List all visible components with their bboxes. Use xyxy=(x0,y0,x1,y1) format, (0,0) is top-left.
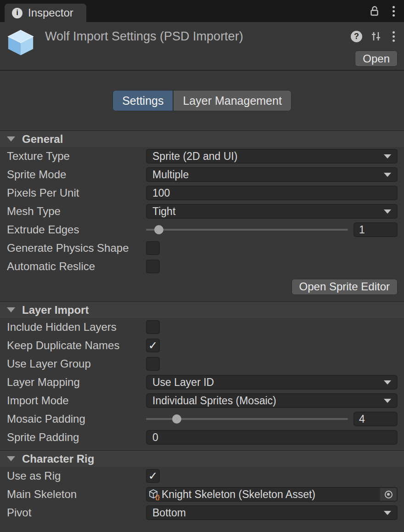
row-pixels-per-unit: Pixels Per Unit 100 xyxy=(0,184,404,202)
row-generate-physics-shape: Generate Physics Shape xyxy=(0,239,404,257)
use-layer-group-checkbox[interactable] xyxy=(146,357,160,371)
row-extrude-edges: Extrude Edges 1 xyxy=(0,221,404,239)
pivot-dropdown[interactable]: Bottom xyxy=(146,505,398,520)
texture-type-value: Sprite (2D and UI) xyxy=(152,150,384,163)
extrude-edges-label: Extrude Edges xyxy=(7,223,146,236)
header-icons xyxy=(351,29,398,44)
sprite-padding-field[interactable]: 0 xyxy=(146,430,398,445)
foldout-arrow-icon xyxy=(7,456,15,461)
dropdown-arrow-icon xyxy=(384,380,391,385)
header-title-row: Wolf Import Settings (PSD Importer) xyxy=(45,26,398,47)
row-texture-type: Texture Type Sprite (2D and UI) xyxy=(0,147,404,165)
header-main: Wolf Import Settings (PSD Importer) Open xyxy=(45,26,398,70)
foldout-arrow-icon xyxy=(7,136,15,141)
section-header-layer-import[interactable]: Layer Import xyxy=(0,301,404,318)
section-header-general[interactable]: General xyxy=(0,130,404,147)
slider-track xyxy=(146,229,348,231)
mesh-type-value: Tight xyxy=(152,205,384,218)
use-layer-group-label: Use Layer Group xyxy=(7,357,146,370)
texture-type-dropdown[interactable]: Sprite (2D and UI) xyxy=(146,149,398,164)
extrude-edges-value-field[interactable]: 1 xyxy=(354,222,398,237)
slider-handle[interactable] xyxy=(154,225,163,234)
row-mesh-type: Mesh Type Tight xyxy=(0,202,404,221)
foldout-arrow-icon xyxy=(7,307,15,312)
extrude-edges-slider[interactable] xyxy=(146,222,348,237)
use-as-rig-label: Use as Rig xyxy=(7,470,146,482)
mesh-type-label: Mesh Type xyxy=(7,205,146,218)
use-as-rig-checkbox[interactable] xyxy=(146,469,160,483)
row-main-skeleton: Main Skeleton {} Knight Skeleton (Skelet… xyxy=(0,485,404,504)
pixels-per-unit-field[interactable]: 100 xyxy=(146,186,398,200)
layer-mapping-label: Layer Mapping xyxy=(7,376,146,389)
inspector-window: Inspector Wolf Import Settings (PSD Impo… xyxy=(0,0,404,532)
row-mosaic-padding: Mosaic Padding 4 xyxy=(0,410,404,428)
row-automatic-reslice: Automatic Reslice xyxy=(0,257,404,276)
object-picker-icon[interactable] xyxy=(380,488,397,501)
asset-title: Wolf Import Settings (PSD Importer) xyxy=(45,29,351,44)
main-skeleton-value: Knight Skeleton (Skeleton Asset) xyxy=(162,488,380,501)
import-mode-label: Import Mode xyxy=(7,394,146,407)
row-use-as-rig: Use as Rig xyxy=(0,467,404,485)
window-kebab-menu-icon[interactable] xyxy=(390,4,398,18)
main-skeleton-object-field[interactable]: {} Knight Skeleton (Skeleton Asset) xyxy=(146,487,398,502)
row-include-hidden-layers: Include Hidden Layers xyxy=(0,318,404,336)
main-skeleton-label: Main Skeleton xyxy=(7,488,146,501)
dropdown-arrow-icon xyxy=(384,511,391,515)
lock-icon[interactable] xyxy=(370,6,380,17)
dropdown-arrow-icon xyxy=(384,154,391,158)
header-kebab-menu-icon[interactable] xyxy=(390,29,398,44)
mesh-type-dropdown[interactable]: Tight xyxy=(146,204,398,219)
info-icon xyxy=(12,8,22,18)
pivot-label: Pivot xyxy=(7,506,146,519)
generate-physics-shape-label: Generate Physics Shape xyxy=(7,242,146,255)
open-button[interactable]: Open xyxy=(355,51,398,67)
inspector-tab-label: Inspector xyxy=(28,6,73,19)
keep-duplicate-names-label: Keep Duplicate Names xyxy=(7,339,146,352)
layer-mapping-dropdown[interactable]: Use Layer ID xyxy=(146,375,398,390)
dropdown-arrow-icon xyxy=(384,399,391,403)
row-import-mode: Import Mode Individual Sprites (Mosaic) xyxy=(0,391,404,410)
include-hidden-layers-label: Include Hidden Layers xyxy=(7,321,146,334)
tab-layer-management[interactable]: Layer Management xyxy=(173,91,291,111)
mosaic-padding-value-field[interactable]: 4 xyxy=(354,412,398,426)
svg-text:{}: {} xyxy=(155,493,160,500)
include-hidden-layers-checkbox[interactable] xyxy=(146,320,160,334)
sprite-padding-label: Sprite Padding xyxy=(7,431,146,444)
tab-settings[interactable]: Settings xyxy=(113,91,173,111)
row-sprite-mode: Sprite Mode Multiple xyxy=(0,165,404,184)
generate-physics-shape-checkbox[interactable] xyxy=(146,241,160,255)
import-mode-dropdown[interactable]: Individual Sprites (Mosaic) xyxy=(146,393,398,408)
mode-tabs-zone: Settings Layer Management xyxy=(0,70,404,130)
dropdown-arrow-icon xyxy=(384,209,391,214)
pivot-value: Bottom xyxy=(152,507,384,519)
keep-duplicate-names-checkbox[interactable] xyxy=(146,339,160,352)
window-tab-strip: Inspector xyxy=(0,0,404,22)
texture-type-label: Texture Type xyxy=(7,150,146,163)
help-icon[interactable] xyxy=(351,31,362,42)
automatic-reslice-label: Automatic Reslice xyxy=(7,260,146,273)
import-mode-value: Individual Sprites (Mosaic) xyxy=(152,395,384,407)
slider-handle[interactable] xyxy=(172,414,181,424)
sprite-editor-button-row: Open Sprite Editor xyxy=(0,276,404,298)
pixels-per-unit-label: Pixels Per Unit xyxy=(7,187,146,199)
mode-tabs: Settings Layer Management xyxy=(112,90,292,111)
open-sprite-editor-button[interactable]: Open Sprite Editor xyxy=(292,279,398,295)
automatic-reslice-checkbox[interactable] xyxy=(146,260,160,273)
tab-strip-icons xyxy=(363,0,404,22)
header-actions-row: Open xyxy=(45,51,398,67)
sprite-mode-dropdown[interactable]: Multiple xyxy=(146,167,398,182)
row-pivot: Pivot Bottom xyxy=(0,504,404,522)
psd-importer-icon xyxy=(6,28,35,57)
dropdown-arrow-icon xyxy=(384,173,391,177)
skeleton-asset-icon: {} xyxy=(149,488,161,500)
extrude-edges-control: 1 xyxy=(146,222,398,237)
inspector-tab[interactable]: Inspector xyxy=(5,4,86,22)
mosaic-padding-slider[interactable] xyxy=(146,412,348,426)
section-title: Character Rig xyxy=(22,453,94,465)
section-title: General xyxy=(22,133,63,146)
row-keep-duplicate-names: Keep Duplicate Names xyxy=(0,336,404,355)
sprite-mode-value: Multiple xyxy=(152,169,384,181)
section-title: Layer Import xyxy=(22,304,89,317)
section-header-character-rig[interactable]: Character Rig xyxy=(0,450,404,467)
presets-icon[interactable] xyxy=(370,31,382,42)
